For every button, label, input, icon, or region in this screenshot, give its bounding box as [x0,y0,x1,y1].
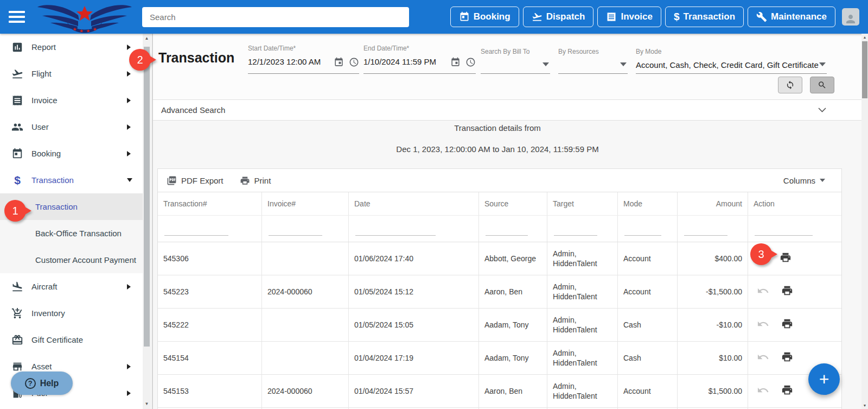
flight-takeoff-icon [532,11,542,22]
chevron-right-icon [127,98,131,103]
sidebar-item-label: Aircraft [31,282,58,291]
column-filter-input[interactable] [547,216,618,242]
table-row[interactable]: 545153 2024-000060 01/04/2024 15:57 Aaro… [158,375,841,408]
table-row[interactable]: 545223 2024-000060 01/05/2024 15:12 Aaro… [158,275,841,309]
dropdown-arrow-icon[interactable] [819,62,826,66]
maintenance-button-label: Maintenance [771,11,827,22]
sidebar-item-aircraft[interactable]: Aircraft [0,273,143,300]
column-filter-input[interactable] [262,216,349,242]
column-filter-input[interactable] [618,216,678,242]
scroll-down-icon[interactable]: ▼ [143,400,151,408]
invoice-button[interactable]: Invoice [597,7,661,27]
hamburger-menu-icon[interactable] [9,11,25,23]
undo-row-icon[interactable] [757,285,769,299]
maintenance-button[interactable]: Maintenance [748,7,835,27]
sidebar-item-report[interactable]: Report [0,34,143,60]
print-row-icon[interactable] [781,351,793,365]
search-button[interactable] [810,77,834,93]
column-filter-input[interactable] [748,216,841,242]
column-header[interactable]: Date [349,192,479,215]
sidebar-item-user[interactable]: User [0,114,143,140]
cell-date: 01/04/2024 15:57 [349,375,479,407]
column-filter-input[interactable] [479,216,547,242]
sidebar-item-label: Gift Certificate [31,335,83,344]
sidebar-subitem-customer-account-payment[interactable]: Customer Account Payment [0,247,143,273]
sidebar-scrollbar[interactable]: ▲ ▼ [143,34,151,409]
page-scrollbar[interactable]: ▲ ▼ [861,34,868,409]
chevron-right-icon [127,284,131,290]
column-header[interactable]: Invoice# [262,192,349,215]
column-header[interactable]: Target [547,192,618,215]
by-mode-value[interactable]: Account, Cash, Check, Credit Card, Gift … [636,60,827,70]
clock-picker-icon[interactable] [465,57,476,67]
search-input[interactable] [142,7,409,27]
column-header[interactable]: Action [748,192,841,215]
table-row[interactable]: 545306 01/06/2024 17:40 Abbott, George A… [158,242,841,275]
calendar-icon [11,147,24,160]
field-underline [636,73,827,74]
advanced-search-toggle[interactable]: Advanced Search [153,99,861,121]
column-header[interactable]: Source [479,192,547,215]
columns-dropdown[interactable]: Columns [783,176,825,185]
column-filter-input[interactable] [678,216,748,242]
by-mode-dropdown[interactable]: By Mode Account, Cash, Check, Credit Car… [636,45,827,74]
undo-row-icon[interactable] [757,384,769,399]
search-by-bill-to-dropdown[interactable]: Search By Bill To [481,45,550,74]
dropdown-arrow-icon[interactable] [620,62,627,66]
help-icon: ? [25,378,36,389]
sidebar-subitem-back-office-transaction[interactable]: Back-Office Transaction [0,220,143,247]
undo-row-icon[interactable] [757,351,769,366]
cell-mode: Cash [618,309,678,341]
sidebar-item-invoice[interactable]: Invoice [0,87,143,114]
sidebar-item-gift-certificate[interactable]: Gift Certificate [0,326,143,353]
add-transaction-fab[interactable]: + [808,363,840,395]
table-row[interactable]: 545154 01/04/2024 17:19 Aadam, Tony Admi… [158,342,841,375]
column-header[interactable]: Mode [618,192,678,215]
scroll-up-icon[interactable]: ▲ [861,35,868,39]
column-header[interactable]: Transaction# [158,192,262,215]
print-row-icon[interactable] [780,251,792,266]
dropdown-arrow-icon[interactable] [542,62,549,66]
user-avatar[interactable] [842,8,859,26]
print-row-icon[interactable] [781,318,793,332]
cell-target: Admin, HiddenTalent [547,242,618,275]
sidebar-item-transaction[interactable]: $ Transaction [0,167,143,193]
column-header[interactable]: Amount [678,192,748,215]
annotation-pin-3: 3 [750,243,772,265]
print-row-icon[interactable] [781,384,793,398]
undo-row-icon[interactable] [757,318,769,332]
cell-mode: Account [618,275,678,308]
booking-button[interactable]: Booking [450,7,519,27]
sidebar-item-flight[interactable]: Flight [0,60,143,87]
sidebar-item-booking[interactable]: Booking [0,140,143,167]
chevron-right-icon [127,71,131,77]
end-datetime-field[interactable]: End Date/Time* 1/10/2024 11:59 PM [363,45,476,74]
start-datetime-field[interactable]: Start Date/Time* 12/1/2023 12:00 AM [248,45,359,74]
calendar-picker-icon[interactable] [450,57,461,67]
sidebar-item-inventory[interactable]: Inventory [0,300,143,326]
column-filter-input[interactable] [349,216,479,242]
table-row[interactable]: 545222 01/05/2024 15:05 Aadam, Tony Admi… [158,309,841,342]
clock-picker-icon[interactable] [349,57,359,67]
column-filter-input[interactable] [158,216,262,242]
scroll-down-icon[interactable]: ▼ [861,404,868,407]
page-scrollbar-thumb[interactable] [862,41,867,98]
refresh-button[interactable] [778,77,802,93]
transaction-button[interactable]: $ Transaction [665,7,744,27]
cell-source: Aaron, Ben [479,275,547,308]
sidebar-item-label: Report [31,42,56,52]
sidebar-scrollbar-thumb[interactable] [144,47,150,347]
table-toolbar: PDF Export Print Columns [158,169,841,192]
calendar-picker-icon[interactable] [334,57,344,67]
print-button[interactable]: Print [240,175,271,186]
by-resources-dropdown[interactable]: By Resources [558,45,628,74]
dispatch-button[interactable]: Dispatch [523,7,594,27]
cell-transaction: 545223 [158,275,262,308]
receipt-icon [11,94,24,107]
print-row-icon[interactable] [781,285,793,299]
pdf-export-button[interactable]: PDF Export [167,175,224,186]
scroll-up-icon[interactable]: ▲ [143,35,151,42]
transactions-table-card: PDF Export Print Columns Transaction# In… [157,168,842,409]
help-button[interactable]: ? Help [11,372,73,395]
table-header-row: Transaction# Invoice# Date Source Target… [158,192,841,216]
